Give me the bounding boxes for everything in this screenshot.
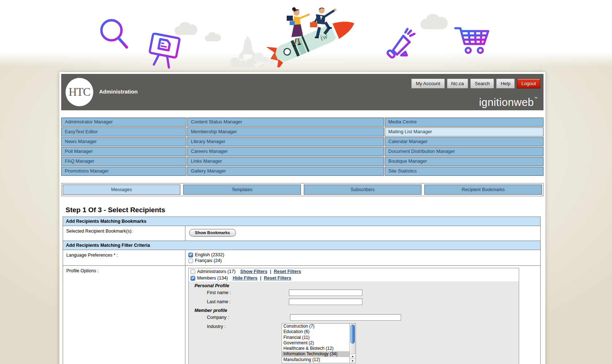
section-filter-header: Add Recipients Matching Filter Criteria [63,241,540,250]
profile-group-label: Members (134) [197,276,228,281]
menu-item-administrator-manager[interactable]: Administrator Manager [61,118,187,127]
menu-item-boutique-manager[interactable]: Boutique Manager [385,157,544,166]
last-name-label: Last name : [207,299,231,304]
tab-messages[interactable]: Messages [63,185,180,195]
language-option-english-2332: ✓English (2332) [188,252,537,258]
first-name-label: First name : [207,290,231,295]
menu-item-site-statistics[interactable]: Site Statistics [385,167,544,176]
industry-scrollbar[interactable]: ▲ ▼ [349,324,356,363]
menu-item-promotions-manager[interactable]: Promotions Manager [61,167,187,176]
bookmarks-row: Selected Recipient Bookmark(s): Show Boo… [63,226,540,241]
header-buttons: My Accounthtc.caSearchHelpLogout [411,79,540,88]
reset-filters-link[interactable]: Reset Filters [264,276,291,281]
language-options: ✓English (2332)Français (24) [185,250,540,265]
industry-option-information-technology-34[interactable]: Information Technology (34) [282,351,350,357]
industry-option-government-2[interactable]: Government (2) [282,340,350,346]
link-separator: | [260,276,262,281]
scroll-up-arrow-icon[interactable]: ▲ [350,353,356,358]
rocket-team-illustration: iw [253,2,366,67]
menu-item-media-centre[interactable]: Media Centre [385,118,544,127]
profile-group-administrators-17: Administrators (17)Show Filters|Reset Fi… [189,268,519,275]
industry-row: Industry : Construction (7)Education (6)… [189,323,519,364]
menu-item-calendar-manager[interactable]: Calendar Manager [385,137,544,146]
menu-item-content-status-manager[interactable]: Content Status Manager [187,118,384,127]
personal-fields: First name :Last name : [189,289,519,307]
scrollbar-thumb[interactable] [350,325,355,344]
industry-option-manufacturing-12[interactable]: Manufacturing (12) [282,357,350,363]
menu-item-news-manager[interactable]: News Manager [61,137,187,146]
checkbox-fran-ais-24[interactable] [188,258,193,263]
first-name-row: First name : [189,289,519,298]
checkbox-english-2332[interactable]: ✓ [188,253,193,257]
profile-group-label: Administrators (17) [197,269,236,274]
member-profile-heading: Member profile [195,308,519,313]
megaphone-icon [383,26,418,61]
industry-option-financial-11[interactable]: Financial (11) [282,335,350,340]
section-bookmarks-header: Add Recipients Matching Bookmarks [63,217,540,226]
menu-item-membership-manager[interactable]: Membership Manager [187,127,384,136]
checkbox-members-134[interactable]: ✓ [191,276,195,281]
industry-option-education-6[interactable]: Education (6) [282,329,350,335]
scroll-down-arrow-icon[interactable]: ▼ [350,358,356,363]
profile-row: Profile Options : Administrators (17)Sho… [63,266,540,364]
show-bookmarks-button[interactable]: Show Bookmarks [189,229,236,237]
profile-options-box: Administrators (17)Show Filters|Reset Fi… [188,268,519,364]
link-separator: | [270,269,271,274]
reset-filters-link[interactable]: Reset Filters [274,269,301,274]
menu-item-library-manager[interactable]: Library Manager [187,137,384,146]
menu-item-document-distribution-manager[interactable]: Document Distribution Manager [385,147,544,156]
search-button[interactable]: Search [470,79,494,88]
htc-ca-button[interactable]: htc.ca [447,79,468,88]
menu-item-careers-manager[interactable]: Careers Manager [187,147,384,156]
industry-options: Construction (7)Education (6)Financial (… [282,324,356,363]
profile-groups: Administrators (17)Show Filters|Reset Fi… [189,268,519,281]
trademark-symbol: ™ [534,96,538,100]
menu-item-mailing-list-manager[interactable]: Mailing List Manager [385,127,544,136]
tab-subscribers[interactable]: Subscribers [304,185,421,195]
search-icon [98,17,132,52]
help-button[interactable]: Help [496,79,515,88]
last-name-row: Last name : [189,298,519,307]
cloud-icon [204,31,221,42]
menu-item-faq-manager[interactable]: FAQ Manager [61,157,187,166]
menu-item-poll-manager[interactable]: Poll Manager [61,147,187,156]
language-option-fran-ais-24: Français (24) [188,258,537,264]
show-filters-link[interactable]: Show Filters [240,269,267,274]
first-name-input[interactable] [289,289,362,296]
language-option-label: Français (24) [195,258,222,263]
recipients-form: Add Recipients Matching Bookmarks Select… [63,217,541,364]
logout-button[interactable]: Logout [517,79,540,88]
industry-option-healthcare-biotech-12[interactable]: Healthcare & Biotech (12) [282,346,350,351]
presentation-board-icon [144,33,184,70]
tab-templates[interactable]: Templates [183,185,301,195]
profile-group-members-134: ✓Members (134)Hide Filters|Reset Filters [189,275,519,281]
bookmarks-row-label: Selected Recipient Bookmark(s): [63,226,185,241]
industry-label: Industry : [207,324,225,329]
header: HTC Administration My Accounthtc.caSearc… [61,74,544,110]
industry-option-construction-7[interactable]: Construction (7) [282,324,350,329]
page: { "branding": { "logo_text": "HTC", "app… [0,0,612,364]
language-option-label: English (2332) [195,252,224,257]
bookmarks-row-value: Show Bookmarks [185,226,540,241]
profile-row-value: Administrators (17)Show Filters|Reset Fi… [185,266,540,364]
my-account-button[interactable]: My Account [411,79,444,88]
company-row: Company : [189,313,519,323]
profile-row-label: Profile Options : [63,266,185,364]
cloud-icon [419,12,449,30]
company-input[interactable] [290,314,401,321]
menu-item-links-manager[interactable]: Links Manager [187,157,384,166]
language-row: Language Preferences * : ✓English (2332)… [63,250,540,266]
decor-band: iw [0,0,612,67]
menu-item-gallery-manager[interactable]: Gallery Manager [187,167,384,176]
language-row-label: Language Preferences * : [63,250,185,265]
manager-menu: Administrator ManagerEasyText EditorNews… [61,118,544,176]
tab-recipient-bookmarks[interactable]: Recipient Bookmarks [424,185,542,195]
last-name-input[interactable] [289,298,362,305]
hide-filters-link[interactable]: Hide Filters [233,276,258,281]
htc-logo: HTC [66,78,93,106]
cloud-icon [173,20,198,36]
company-label: Company : [207,315,229,320]
menu-item-easytext-editor[interactable]: EasyText Editor [61,127,187,136]
checkbox-administrators-17[interactable] [191,269,195,274]
industry-listbox[interactable]: Construction (7)Education (6)Financial (… [282,323,356,363]
